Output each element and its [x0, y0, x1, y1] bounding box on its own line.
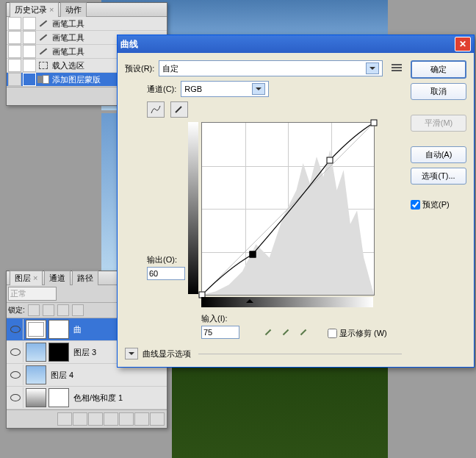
input-slider-handle[interactable]	[246, 296, 253, 303]
svg-line-0	[202, 123, 374, 295]
lock-move-icon[interactable]	[57, 304, 69, 316]
layer-mask-thumb[interactable]	[48, 343, 69, 362]
title-bar[interactable]: 曲线 ✕	[118, 35, 474, 53]
trash-icon[interactable]	[150, 412, 165, 426]
layer-thumb-curves[interactable]	[26, 320, 46, 339]
tab-channels[interactable]: 通道	[44, 271, 71, 285]
link-icon[interactable]	[57, 412, 72, 426]
cancel-button[interactable]: 取消	[411, 83, 466, 100]
layer-thumb[interactable]	[26, 343, 46, 362]
dialog-title: 曲线	[120, 38, 138, 51]
curve-point[interactable]	[371, 120, 378, 126]
eyedropper-white-icon[interactable]	[297, 326, 310, 339]
eyedropper-gray-icon[interactable]	[279, 326, 292, 339]
layers-footer	[7, 409, 167, 428]
preset-menu-icon[interactable]	[392, 64, 402, 73]
layer-row[interactable]: 色相/饱和度 1	[7, 387, 167, 409]
fx-icon[interactable]	[73, 412, 87, 426]
visibility-icon[interactable]	[8, 365, 24, 385]
horizontal-gradient-bar	[201, 297, 373, 307]
lock-label: 锁定:	[8, 305, 25, 315]
chevron-down-icon	[252, 83, 265, 95]
layer-mask-thumb[interactable]	[48, 320, 69, 339]
ok-button[interactable]: 确定	[411, 60, 466, 79]
curve-graph[interactable]	[201, 122, 375, 296]
curves-dialog: 曲线 ✕ 预设(R): 自定 通道(C): RGB	[117, 35, 475, 368]
new-layer-icon[interactable]	[134, 412, 149, 426]
layer-thumb-hue[interactable]	[26, 388, 46, 407]
smooth-button: 平滑(M)	[411, 115, 466, 132]
layer-name: 色相/饱和度 1	[73, 393, 123, 404]
tab-layers[interactable]: 图层	[10, 271, 43, 285]
history-item-label: 载入选区	[52, 60, 84, 71]
preview-checkbox[interactable]: 预览(P)	[411, 199, 466, 210]
eyedropper-group	[262, 326, 310, 339]
preview-label: 预览(P)	[422, 199, 450, 210]
preset-select[interactable]: 自定	[159, 60, 383, 76]
selection-icon	[37, 60, 49, 71]
preset-label: 预设(R):	[125, 63, 154, 74]
tab-paths[interactable]: 路径	[72, 271, 98, 285]
visibility-icon[interactable]	[8, 319, 24, 340]
curve-point[interactable]	[327, 157, 333, 163]
eyedropper-black-icon[interactable]	[262, 326, 275, 339]
show-clipping-checkbox[interactable]: 显示修剪 (W)	[328, 328, 387, 339]
history-panel-header[interactable]: 历史记录 动作	[7, 3, 167, 17]
expand-curve-options-icon[interactable]	[125, 348, 138, 359]
folder-icon[interactable]	[119, 412, 134, 426]
layer-name: 曲	[73, 324, 82, 335]
curve-display-options-label: 曲线显示选项	[143, 348, 191, 359]
mask-add-icon[interactable]	[88, 412, 103, 426]
auto-button[interactable]: 自动(A)	[411, 146, 466, 163]
output-input[interactable]	[147, 267, 185, 280]
layer-name: 图层 4	[51, 370, 73, 381]
curve-tool-icon[interactable]	[147, 101, 165, 118]
show-clipping-label: 显示修剪 (W)	[339, 328, 387, 339]
history-item[interactable]: 画笔工具	[7, 17, 167, 31]
layer-mask-thumb[interactable]	[48, 388, 69, 407]
lock-brush-icon[interactable]	[43, 304, 54, 316]
history-item-label: 画笔工具	[52, 32, 84, 43]
tab-history[interactable]: 历史记录	[10, 2, 59, 17]
input-input[interactable]	[201, 326, 239, 339]
history-item-label: 添加图层蒙版	[52, 74, 101, 85]
channel-select[interactable]: RGB	[181, 81, 269, 97]
lock-transparent-icon[interactable]	[28, 304, 40, 316]
pencil-tool-icon[interactable]	[170, 101, 188, 118]
lock-all-icon[interactable]	[72, 304, 84, 316]
visibility-icon[interactable]	[8, 342, 24, 362]
curve-point-selected[interactable]	[249, 251, 256, 258]
mask-icon	[37, 74, 49, 85]
options-button[interactable]: 选项(T)...	[411, 168, 466, 185]
brush-icon	[37, 46, 49, 57]
tab-actions[interactable]: 动作	[60, 2, 87, 17]
chevron-down-icon	[366, 62, 379, 74]
channel-value: RGB	[184, 85, 202, 93]
preset-value: 自定	[162, 63, 178, 74]
brush-icon	[37, 18, 49, 29]
input-label: 输入(I):	[201, 313, 239, 324]
brush-icon	[37, 32, 49, 43]
adjustment-icon[interactable]	[104, 412, 118, 426]
output-label: 输出(O):	[147, 254, 185, 265]
layer-name: 图层 3	[73, 347, 96, 358]
channel-label: 通道(C):	[147, 84, 176, 95]
history-item-label: 画笔工具	[52, 46, 84, 57]
layer-thumb[interactable]	[26, 365, 46, 384]
history-item-label: 画笔工具	[52, 18, 84, 29]
visibility-icon[interactable]	[8, 387, 24, 408]
curve-line	[202, 123, 374, 295]
close-icon[interactable]: ✕	[455, 37, 471, 51]
vertical-gradient-bar	[188, 122, 198, 294]
blend-mode-select[interactable]: 正常	[8, 287, 57, 301]
